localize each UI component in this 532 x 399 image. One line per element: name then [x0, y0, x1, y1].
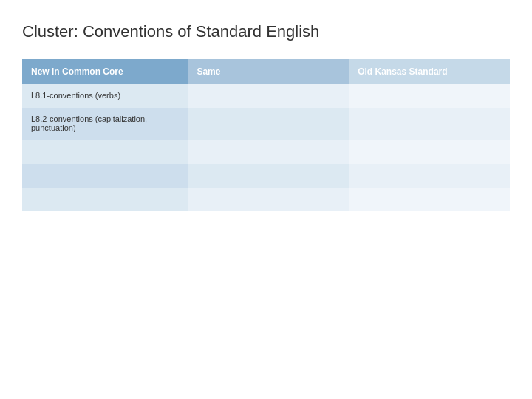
page-container: Cluster: Conventions of Standard English… — [0, 0, 532, 399]
comparison-table: New in Common Core Same Old Kansas Stand… — [22, 59, 510, 211]
table-header-row: New in Common Core Same Old Kansas Stand… — [22, 59, 510, 84]
table-cell — [188, 140, 349, 164]
table-cell — [188, 164, 349, 188]
col-header-old-kansas: Old Kansas Standard — [349, 59, 510, 84]
table-wrapper: New in Common Core Same Old Kansas Stand… — [22, 59, 510, 211]
table-cell — [349, 188, 510, 211]
table-cell — [349, 164, 510, 188]
table-cell — [22, 140, 188, 164]
table-cell: L8.2-conventions (capitalization, punctu… — [22, 108, 188, 140]
table-row — [22, 164, 510, 188]
table-cell — [349, 84, 510, 108]
table-row: L8.1-conventions (verbs) — [22, 84, 510, 108]
col-header-new-common-core: New in Common Core — [22, 59, 188, 84]
table-cell — [188, 84, 349, 108]
table-row — [22, 188, 510, 211]
col-header-same: Same — [188, 59, 349, 84]
page-title: Cluster: Conventions of Standard English — [22, 22, 510, 41]
table-cell — [349, 140, 510, 164]
table-cell — [22, 188, 188, 211]
table-cell — [22, 164, 188, 188]
table-cell: L8.1-conventions (verbs) — [22, 84, 188, 108]
table-row — [22, 140, 510, 164]
table-cell — [188, 108, 349, 140]
table-row: L8.2-conventions (capitalization, punctu… — [22, 108, 510, 140]
table-cell — [349, 108, 510, 140]
table-cell — [188, 188, 349, 211]
